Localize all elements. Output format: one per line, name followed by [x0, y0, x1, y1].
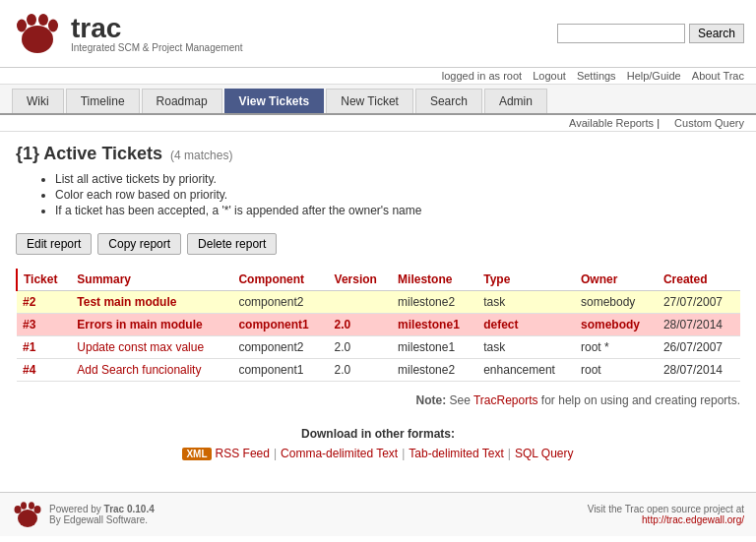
desc-item-2: Color each row based on priority.: [55, 188, 740, 202]
summary-link[interactable]: Update const max value: [77, 340, 204, 354]
col-header-type[interactable]: Type: [477, 269, 575, 291]
col-header-ticket[interactable]: Ticket: [17, 269, 71, 291]
cell-owner: somebody: [575, 314, 658, 336]
main-content: {1} Active Tickets (4 matches) List all …: [0, 132, 756, 492]
ticket-link[interactable]: #4: [23, 363, 35, 377]
powered-by: Powered by Trac 0.10.4: [49, 504, 155, 514]
tab-search[interactable]: Search: [415, 89, 482, 113]
page-title: {1} Active Tickets: [16, 144, 162, 164]
tab-new-ticket[interactable]: New Ticket: [326, 89, 413, 113]
svg-point-1: [17, 20, 27, 32]
table-row: #2 Test main module component2 milestone…: [17, 291, 740, 314]
available-reports-link[interactable]: Available Reports: [569, 117, 654, 129]
edit-report-button[interactable]: Edit report: [16, 233, 92, 255]
col-header-created[interactable]: Created: [658, 269, 740, 291]
tab-admin[interactable]: Admin: [484, 89, 547, 113]
download-links: XML RSS Feed | Comma-delimited Text | Ta…: [16, 447, 740, 460]
separator: |: [508, 447, 511, 460]
tab-wiki[interactable]: Wiki: [12, 89, 64, 113]
cell-milestone: milestone1: [392, 314, 477, 336]
svg-point-7: [21, 502, 27, 510]
cell-ticket: #4: [17, 359, 71, 382]
col-header-summary[interactable]: Summary: [71, 269, 232, 291]
mainnav: Wiki Timeline Roadmap View Tickets New T…: [0, 85, 756, 115]
cell-created: 28/07/2014: [658, 359, 740, 382]
cell-milestone: milestone2: [392, 359, 477, 382]
help-link[interactable]: Help/Guide: [627, 70, 681, 82]
footer-text: Powered by Trac 0.10.4 By Edgewall Softw…: [49, 504, 155, 525]
cell-owner: root *: [575, 336, 658, 359]
about-link[interactable]: About Trac: [692, 70, 744, 82]
tab-view-tickets[interactable]: View Tickets: [224, 89, 325, 113]
svg-point-9: [34, 506, 41, 513]
custom-query-link[interactable]: Custom Query: [674, 117, 744, 129]
logo-text-area: trac Integrated SCM & Project Management: [71, 15, 243, 53]
search-button[interactable]: Search: [689, 24, 744, 43]
summary-link[interactable]: Add Search funcionality: [77, 363, 201, 377]
trac-reports-link[interactable]: TracReports: [473, 393, 538, 407]
desc-item-3: If a ticket has been accepted, a '*' is …: [55, 204, 740, 217]
header-search-area: Search: [557, 24, 744, 43]
col-header-owner[interactable]: Owner: [575, 269, 658, 291]
cell-type: task: [477, 336, 575, 359]
cell-component: component2: [232, 291, 328, 314]
footer-logo: Powered by Trac 0.10.4 By Edgewall Softw…: [12, 499, 155, 530]
summary-link[interactable]: Errors in main module: [77, 318, 202, 331]
app-subtitle: Integrated SCM & Project Management: [71, 42, 243, 53]
tickets-table: Ticket Summary Component Version Milesto…: [16, 269, 740, 382]
col-header-milestone[interactable]: Milestone: [392, 269, 477, 291]
delete-report-button[interactable]: Delete report: [187, 233, 277, 255]
cell-milestone: milestone1: [392, 336, 477, 359]
paw-logo-icon: [12, 8, 63, 59]
cell-component: component1: [232, 314, 328, 336]
cell-component: component2: [232, 336, 328, 359]
table-row: #4 Add Search funcionality component1 2.…: [17, 359, 740, 382]
trac-url-link[interactable]: http://trac.edgewall.org/: [642, 514, 744, 525]
cell-created: 28/07/2014: [658, 314, 740, 336]
search-input[interactable]: [557, 24, 685, 43]
cell-owner: root: [575, 359, 658, 382]
cell-created: 26/07/2007: [658, 336, 740, 359]
footer-paw-icon: [12, 499, 43, 530]
separator: |: [402, 447, 405, 460]
table-row: #3 Errors in main module component1 2.0 …: [17, 314, 740, 336]
rss-feed-link[interactable]: RSS Feed: [216, 447, 270, 460]
cell-milestone: milestone2: [392, 291, 477, 314]
download-area: Download in other formats: XML RSS Feed …: [16, 427, 740, 460]
footer-visit: Visit the Trac open source project at: [588, 504, 744, 514]
cell-ticket: #3: [17, 314, 71, 336]
svg-point-6: [15, 506, 22, 513]
desc-item-1: List all active tickets by priority.: [55, 172, 740, 186]
metanav: logged in as root Logout Settings Help/G…: [0, 68, 756, 85]
logout-link[interactable]: Logout: [533, 70, 566, 82]
tsv-link[interactable]: Tab-delimited Text: [409, 447, 504, 460]
ticket-link[interactable]: #1: [23, 340, 35, 354]
cell-summary: Errors in main module: [71, 314, 232, 336]
col-header-version[interactable]: Version: [329, 269, 393, 291]
footer-by: By Edgewall Software.: [49, 514, 155, 525]
copy-report-button[interactable]: Copy report: [97, 233, 181, 255]
cell-summary: Update const max value: [71, 336, 232, 359]
table-header-row: Ticket Summary Component Version Milesto…: [17, 269, 740, 291]
footer: Powered by Trac 0.10.4 By Edgewall Softw…: [0, 492, 756, 536]
tab-roadmap[interactable]: Roadmap: [142, 89, 222, 113]
summary-link[interactable]: Test main module: [77, 295, 176, 309]
cell-version: 2.0: [329, 359, 393, 382]
logged-in-label: logged in as root: [442, 70, 522, 82]
tab-timeline[interactable]: Timeline: [66, 89, 140, 113]
csv-link[interactable]: Comma-delimited Text: [281, 447, 398, 460]
download-title: Download in other formats:: [16, 427, 740, 441]
cell-ticket: #2: [17, 291, 71, 314]
settings-link[interactable]: Settings: [577, 70, 616, 82]
separator: |: [274, 447, 277, 460]
cell-created: 27/07/2007: [658, 291, 740, 314]
svg-point-3: [38, 14, 48, 26]
col-header-component[interactable]: Component: [232, 269, 328, 291]
ticket-link[interactable]: #3: [23, 318, 35, 331]
sql-query-link[interactable]: SQL Query: [515, 447, 574, 460]
trac-version: Trac 0.10.4: [104, 504, 155, 514]
ticket-link[interactable]: #2: [23, 295, 35, 309]
note-text: Note: See TracReports for help on using …: [415, 393, 740, 407]
cell-version: 2.0: [329, 314, 393, 336]
svg-point-0: [22, 26, 53, 53]
